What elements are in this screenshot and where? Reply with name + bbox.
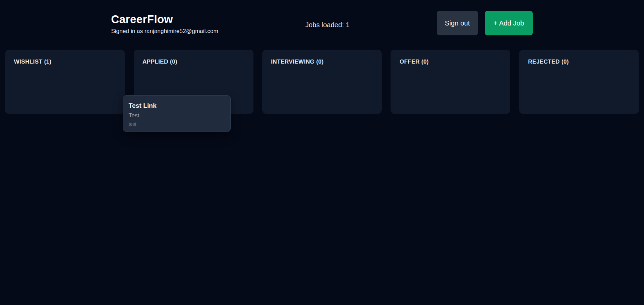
column-interviewing[interactable]: INTERVIEWING (0) (262, 50, 382, 114)
app-title: CareerFlow (111, 13, 218, 26)
add-job-button[interactable]: + Add Job (485, 11, 533, 35)
signed-in-text: Signed in as ranjanghimire52@gmail.com (111, 28, 218, 35)
job-card-company: Test (129, 112, 225, 119)
sign-out-button[interactable]: Sign out (437, 11, 478, 35)
jobs-loaded-status: Jobs loaded: 1 (305, 21, 349, 29)
kanban-board: WISHLIST (1) APPLIED (0) INTERVIEWING (0… (0, 50, 644, 114)
job-card-note: test (129, 121, 225, 127)
app-root: { "header": { "app_title": "CareerFlow",… (0, 0, 644, 305)
header: CareerFlow Signed in as ranjanghimire52@… (104, 0, 540, 50)
column-rejected[interactable]: REJECTED (0) (519, 50, 639, 114)
column-label-applied: APPLIED (0) (143, 58, 245, 65)
column-label-wishlist: WISHLIST (1) (14, 58, 116, 65)
column-label-interviewing: INTERVIEWING (0) (271, 58, 373, 65)
column-wishlist[interactable]: WISHLIST (1) (5, 50, 125, 114)
header-actions: Sign out + Add Job (437, 11, 533, 35)
job-card-title: Test Link (129, 102, 225, 109)
column-offer[interactable]: OFFER (0) (391, 50, 510, 114)
column-label-offer: OFFER (0) (399, 58, 501, 65)
brand-block: CareerFlow Signed in as ranjanghimire52@… (111, 13, 218, 35)
column-label-rejected: REJECTED (0) (528, 58, 630, 65)
job-card-dragging[interactable]: Test Link Test test (123, 95, 231, 132)
